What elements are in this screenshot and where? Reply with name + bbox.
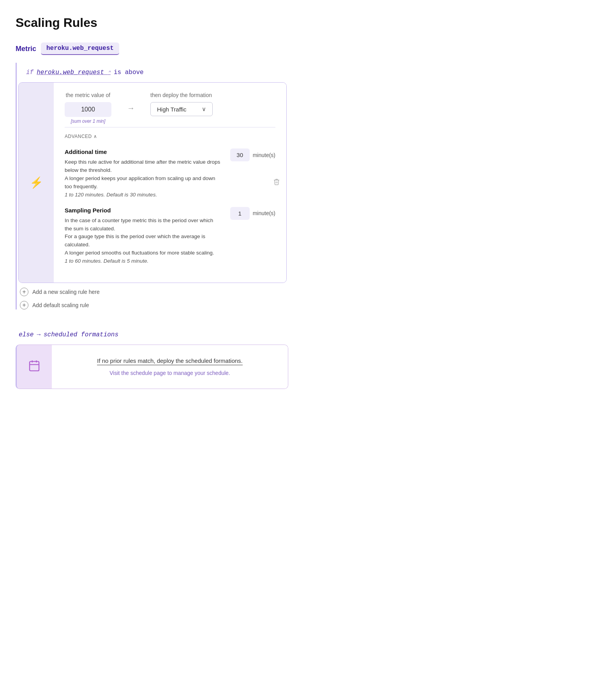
formation-chevron-icon: ∨ (202, 106, 206, 113)
sampling-period-input[interactable] (230, 207, 250, 220)
condition-is-above: is above (114, 69, 144, 76)
metric-col-label: the metric value of (66, 92, 110, 98)
rule-content: the metric value of [sum over 1 min] → t… (54, 83, 286, 283)
arrow-connector: → (127, 92, 135, 113)
else-line: else → scheduled formations (16, 325, 288, 345)
else-arrow: → (37, 331, 41, 338)
additional-time-unit: minute(s) (253, 152, 275, 158)
add-new-rule-row[interactable]: + Add a new scaling rule here (20, 288, 285, 296)
condition-if-keyword: if (26, 69, 34, 76)
formation-select[interactable]: High Traffic ∨ (150, 102, 213, 116)
calendar-icon (28, 359, 41, 375)
condition-metric-ref[interactable]: heroku.web_request ⌃ (37, 69, 111, 76)
additional-time-info: Additional time Keep this rule active fo… (65, 148, 230, 199)
formation-group: then deploy the formation High Traffic ∨ (150, 92, 213, 116)
rule-section: if heroku.web_request ⌃ is above → ⚡ the… (16, 63, 288, 309)
else-card: → If no prior rules match, deploy the sc… (16, 345, 288, 389)
metric-value-input[interactable] (65, 102, 111, 117)
add-default-rule-icon: + (20, 301, 28, 309)
svg-rect-0 (30, 361, 39, 371)
add-default-rule-label: Add default scaling rule (32, 302, 89, 308)
additional-time-input-group: minute(s) (230, 148, 275, 161)
else-icon-column: → (17, 345, 52, 389)
sampling-period-row: Sampling Period In the case of a counter… (65, 207, 275, 266)
additional-time-input[interactable] (230, 148, 250, 161)
metric-input-group: the metric value of [sum over 1 min] (65, 92, 111, 124)
formation-value: High Traffic (157, 106, 187, 113)
page-title: Scaling Rules (16, 16, 288, 30)
rule-card: → ⚡ the metric value of [sum over 1 min]… (18, 82, 287, 283)
delete-rule-button[interactable] (273, 178, 280, 187)
metric-value-badge[interactable]: heroku.web_request (41, 42, 119, 55)
formation-col-label: then deploy the formation (150, 92, 212, 98)
additional-time-row: Additional time Keep this rule active fo… (65, 148, 275, 199)
add-new-rule-icon: + (20, 288, 28, 296)
metric-sublabel: [sum over 1 min] (71, 118, 106, 124)
divider (65, 127, 275, 127)
advanced-section: Additional time Keep this rule active fo… (65, 145, 275, 265)
condition-line: if heroku.web_request ⌃ is above (17, 63, 288, 82)
lightning-icon: ⚡ (30, 176, 43, 189)
sampling-period-input-group: minute(s) (230, 207, 275, 220)
else-content: If no prior rules match, deploy the sche… (52, 345, 288, 389)
additional-time-desc: Keep this rule active for additional tim… (65, 158, 221, 199)
additional-time-title: Additional time (65, 148, 221, 155)
rule-icon-column: → ⚡ (19, 83, 54, 283)
sampling-period-unit: minute(s) (253, 210, 275, 216)
sampling-period-desc: In the case of a counter type metric thi… (65, 217, 221, 266)
advanced-toggle[interactable]: ADVANCED ∧ (65, 134, 275, 139)
add-default-rule-row[interactable]: + Add default scaling rule (20, 301, 285, 309)
rule-header-row: the metric value of [sum over 1 min] → t… (65, 92, 275, 124)
else-formation-ref: scheduled formations (44, 331, 118, 338)
add-new-rule-label: Add a new scaling rule here (32, 289, 100, 295)
else-section: else → scheduled formations → If no prio… (16, 325, 288, 389)
sampling-period-info: Sampling Period In the case of a counter… (65, 207, 230, 266)
else-keyword: else (19, 331, 34, 338)
metric-label: Metric (16, 45, 36, 53)
else-main-text: If no prior rules match, deploy the sche… (97, 357, 243, 365)
metric-ref-chevron: ⌃ (108, 70, 111, 76)
sampling-period-title: Sampling Period (65, 207, 221, 214)
metric-row: Metric heroku.web_request (16, 42, 288, 55)
schedule-page-link[interactable]: Visit the schedule page to manage your s… (109, 370, 230, 376)
